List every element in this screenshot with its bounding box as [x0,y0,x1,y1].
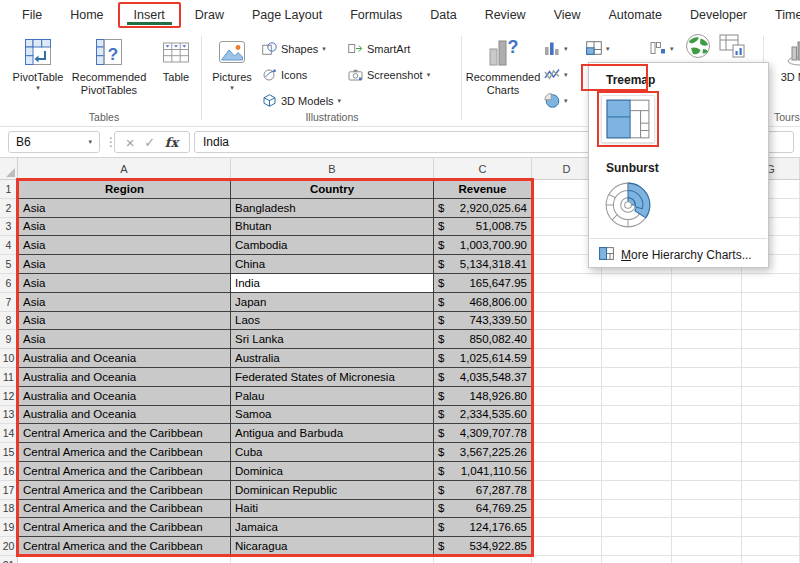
cell[interactable]: Asia [18,255,231,274]
cell[interactable] [742,537,800,556]
shapes-button[interactable]: Shapes ▾ [262,38,326,60]
row-number[interactable]: 11 [0,368,18,387]
cell[interactable]: Australia and Oceania [18,368,231,387]
cell[interactable] [672,312,742,331]
cell[interactable] [672,274,742,293]
enter-icon[interactable]: ✓ [144,135,155,150]
3d-models-button[interactable]: 3D Models ▾ [262,90,341,112]
row-number[interactable]: 3 [0,218,18,237]
row-number[interactable]: 6 [0,274,18,293]
column-header-b[interactable]: B [231,158,434,179]
row-number[interactable]: 9 [0,330,18,349]
tab-view[interactable]: View [540,2,595,28]
cell[interactable]: $51,008.75 [434,218,532,237]
cell[interactable] [532,481,602,500]
cell[interactable]: Cuba [231,443,434,462]
cell[interactable]: Asia [18,199,231,218]
cell[interactable]: Central America and the Caribbean [18,537,231,556]
cell[interactable] [18,556,231,563]
cell[interactable]: Australia and Oceania [18,406,231,425]
column-header-a[interactable]: A [18,158,231,179]
cell[interactable] [742,387,800,406]
cell[interactable]: Central America and the Caribbean [18,481,231,500]
cell[interactable]: $1,003,700.90 [434,236,532,255]
cell[interactable] [602,443,672,462]
cell[interactable]: Asia [18,312,231,331]
cell[interactable] [742,293,800,312]
cell[interactable] [602,406,672,425]
cell[interactable]: $1,025,614.59 [434,349,532,368]
cell[interactable] [602,312,672,331]
cell[interactable]: Bangladesh [231,199,434,218]
row-number[interactable]: 10 [0,349,18,368]
pivottable-button[interactable]: PivotTable ▾ [12,33,64,92]
cell[interactable]: $148,926.80 [434,387,532,406]
cell[interactable]: Revenue [434,180,532,199]
cell[interactable]: Sri Lanka [231,330,434,349]
cell[interactable] [532,330,602,349]
cell[interactable]: $64,769.25 [434,500,532,519]
tab-file[interactable]: File [8,2,56,28]
row-number[interactable]: 7 [0,293,18,312]
cell[interactable]: Asia [18,330,231,349]
cell[interactable] [742,462,800,481]
cell[interactable]: Central America and the Caribbean [18,518,231,537]
insert-waterfall-chart-button[interactable]: ▾ [650,38,674,60]
cell[interactable]: Asia [18,218,231,237]
cell[interactable] [742,500,800,519]
cell[interactable] [602,368,672,387]
cell[interactable]: $743,339.50 [434,312,532,331]
cell[interactable] [672,424,742,443]
cell[interactable] [532,312,602,331]
row-number[interactable]: 19 [0,518,18,537]
cell[interactable]: Asia [18,274,231,293]
cell[interactable] [672,293,742,312]
cell[interactable] [602,293,672,312]
cell[interactable]: Laos [231,312,434,331]
cell[interactable]: Dominican Republic [231,481,434,500]
cell[interactable] [602,556,672,563]
cell[interactable] [742,330,800,349]
tab-draw[interactable]: Draw [181,2,238,28]
cell[interactable]: $2,334,535.60 [434,406,532,425]
cell[interactable]: Samoa [231,406,434,425]
insert-column-chart-button[interactable]: ▾ [544,38,568,60]
cell[interactable]: Cambodia [231,236,434,255]
cell[interactable] [672,406,742,425]
cell[interactable] [602,481,672,500]
cell[interactable] [602,500,672,519]
cell[interactable] [742,518,800,537]
icons-button[interactable]: Icons [262,64,307,86]
cell[interactable] [602,330,672,349]
cell[interactable]: $165,647.95 [434,274,532,293]
cell[interactable] [532,518,602,537]
cell[interactable]: Country [231,180,434,199]
tab-insert[interactable]: Insert [118,2,181,28]
cell[interactable] [532,443,602,462]
cell[interactable] [532,349,602,368]
more-hierarchy-charts-item[interactable]: More Hierarchy Charts... [589,239,768,263]
cell[interactable] [532,537,602,556]
insert-pie-chart-button[interactable]: ▾ [544,90,568,112]
cell[interactable] [742,274,800,293]
cell[interactable] [532,406,602,425]
cell[interactable] [742,481,800,500]
cell[interactable] [602,424,672,443]
cell[interactable] [532,424,602,443]
table-button[interactable]: Table [156,33,196,84]
cell[interactable] [602,462,672,481]
cell[interactable]: Australia [231,349,434,368]
tab-page-layout[interactable]: Page Layout [238,2,336,28]
row-number[interactable]: 18 [0,500,18,519]
cell[interactable] [532,462,602,481]
cell[interactable] [672,556,742,563]
cell[interactable]: Antigua and Barbuda [231,424,434,443]
cell[interactable]: Asia [18,236,231,255]
cell[interactable]: $3,567,225.26 [434,443,532,462]
cell[interactable]: $4,035,548.37 [434,368,532,387]
cell[interactable]: Haiti [231,500,434,519]
cell[interactable]: Jamaica [231,518,434,537]
cancel-icon[interactable]: × [126,135,135,150]
cell[interactable]: Australia and Oceania [18,387,231,406]
cell[interactable]: Central America and the Caribbean [18,443,231,462]
